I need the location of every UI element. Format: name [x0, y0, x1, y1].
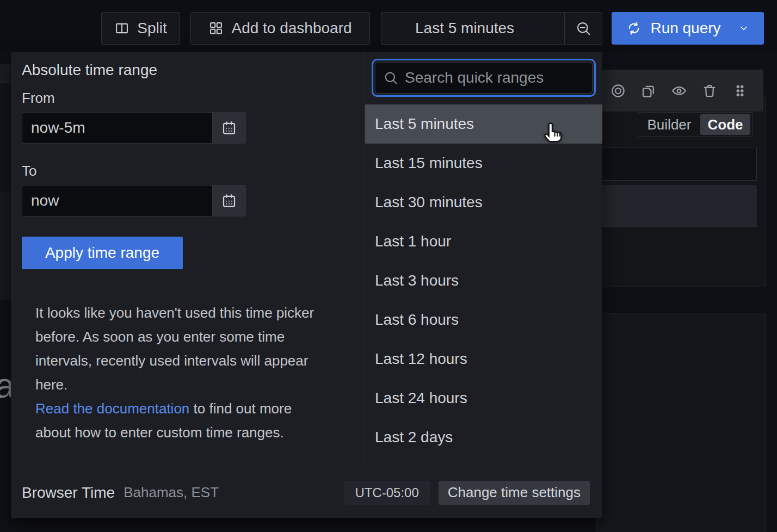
utc-offset-badge: UTC-05:00 — [344, 481, 429, 505]
quick-ranges-list: Last 5 minutes Last 15 minutes Last 30 m… — [365, 104, 602, 457]
change-time-settings-button[interactable]: Change time settings — [439, 481, 590, 505]
quick-ranges-section: Last 5 minutes Last 15 minutes Last 30 m… — [365, 52, 602, 467]
quick-range-option[interactable]: Last 1 hour — [365, 222, 602, 261]
record-icon[interactable] — [610, 83, 626, 99]
quick-range-option[interactable]: Last 12 hours — [365, 339, 602, 379]
zoom-out-icon — [575, 20, 591, 36]
to-field — [22, 185, 246, 216]
time-picker-footer: Browser Time Bahamas, EST UTC-05:00 Chan… — [11, 467, 602, 518]
time-range-picker-button[interactable]: Last 5 minutes — [381, 13, 564, 44]
partial-background-text: a — [0, 366, 11, 406]
from-label: From — [22, 90, 55, 107]
search-quick-ranges-input[interactable] — [405, 69, 584, 86]
time-picker-help-text: It looks like you haven't used this time… — [35, 301, 329, 444]
editor-mode-toggle: Builder Code — [638, 112, 753, 137]
from-field — [22, 112, 246, 144]
to-input[interactable] — [22, 185, 212, 216]
split-button-label: Split — [137, 20, 166, 37]
quick-range-option[interactable]: Last 15 minutes — [365, 144, 602, 183]
background-band — [0, 191, 11, 300]
search-quick-ranges-wrapper — [372, 59, 596, 97]
absolute-time-range-section: Absolute time range From To — [11, 52, 365, 467]
quick-range-option[interactable]: Last 3 hours — [365, 261, 602, 300]
to-label: To — [22, 163, 36, 180]
absolute-time-range-heading: Absolute time range — [22, 61, 157, 79]
hand-cursor — [541, 120, 566, 145]
chevron-down-icon — [738, 23, 749, 34]
builder-mode-tab[interactable]: Builder — [638, 116, 700, 133]
run-query-label: Run query — [650, 20, 720, 37]
calendar-icon — [221, 193, 237, 209]
from-input[interactable] — [22, 112, 212, 144]
apps-grid-icon — [208, 21, 224, 36]
browser-time-label: Browser Time — [22, 484, 115, 502]
run-query-button[interactable]: Run query — [612, 12, 764, 45]
quick-range-option[interactable]: Last 5 minutes — [365, 104, 602, 144]
from-calendar-button[interactable] — [212, 112, 246, 144]
trash-icon[interactable] — [701, 83, 718, 99]
code-mode-tab[interactable]: Code — [700, 114, 750, 135]
split-pane-icon — [114, 21, 130, 36]
query-row-header — [596, 70, 763, 112]
quick-range-option[interactable]: Last 24 hours — [365, 379, 602, 418]
search-icon — [383, 70, 398, 85]
copy-icon[interactable] — [640, 83, 657, 99]
split-button[interactable]: Split — [101, 12, 180, 45]
eye-icon[interactable] — [671, 83, 687, 99]
query-row-partial — [596, 185, 757, 227]
quick-range-option[interactable]: Last 30 minutes — [365, 183, 602, 222]
drag-handle-icon[interactable] — [732, 83, 748, 99]
time-range-label: Last 5 minutes — [415, 20, 514, 37]
read-documentation-link[interactable]: Read the documentation — [35, 400, 189, 417]
quick-range-option[interactable]: Last 2 days — [365, 418, 602, 457]
clock-icon — [392, 21, 408, 36]
help-text: It looks like you haven't used this time… — [35, 305, 314, 393]
apply-time-range-button[interactable]: Apply time range — [22, 237, 183, 269]
lower-editor-panel — [596, 313, 766, 532]
query-input-partial — [596, 147, 757, 181]
add-to-dashboard-button[interactable]: Add to dashboard — [190, 12, 370, 45]
chevron-up-icon — [529, 23, 540, 34]
calendar-icon — [221, 120, 237, 136]
explore-screen: Split Add to dashboard Last 5 minutes — [0, 0, 777, 532]
zoom-out-time-button[interactable] — [565, 13, 602, 44]
quick-range-option[interactable]: Last 6 hours — [365, 300, 602, 339]
timezone-value: Bahamas, EST — [124, 484, 219, 501]
background-band — [0, 64, 11, 83]
to-calendar-button[interactable] — [212, 185, 246, 216]
add-to-dashboard-label: Add to dashboard — [231, 20, 351, 37]
time-range-controls: Last 5 minutes — [381, 12, 602, 45]
sync-icon — [626, 21, 642, 36]
time-picker-dropdown: Absolute time range From To — [11, 52, 602, 518]
background-band — [0, 83, 11, 191]
